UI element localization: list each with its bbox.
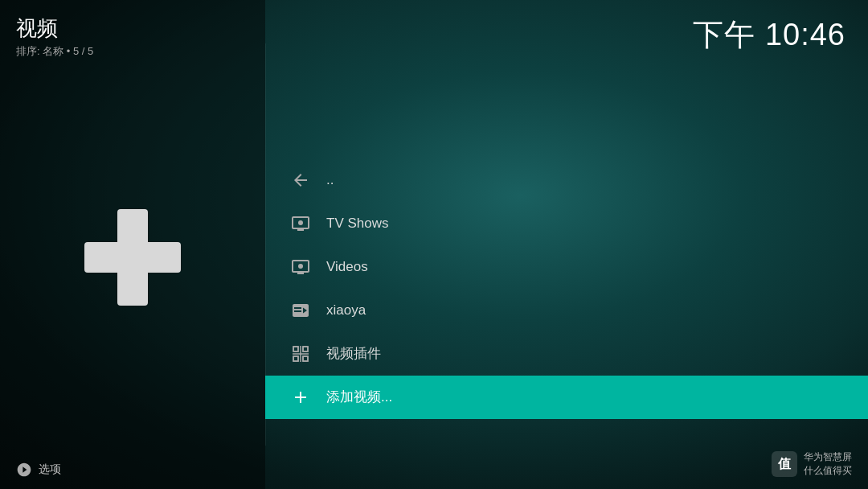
- menu-list: .. TV Shows Videos: [265, 55, 868, 489]
- watermark-area: 值 华为智慧屏 什么值得买: [772, 450, 852, 478]
- clock-display: 下午 10:46: [693, 14, 845, 55]
- menu-item-video-plugins[interactable]: 视频插件: [265, 332, 868, 376]
- menu-item-add-video[interactable]: 添加视频...: [265, 376, 868, 419]
- xiaoya-icon: [289, 299, 312, 322]
- svg-rect-4: [293, 356, 298, 361]
- plugin-icon: [289, 343, 312, 365]
- menu-label-back: ..: [326, 172, 334, 188]
- menu-item-xiaoya[interactable]: xiaoya: [265, 289, 868, 332]
- options-label[interactable]: 选项: [39, 462, 61, 477]
- menu-item-tv-shows[interactable]: TV Shows: [265, 202, 868, 245]
- svg-rect-3: [303, 347, 308, 351]
- menu-label-videos: Videos: [326, 259, 368, 275]
- header-info: 视频 排序: 名称 • 5 / 5: [0, 0, 265, 64]
- clock-period: 下午: [693, 18, 755, 51]
- right-panel: 下午 10:46 .. TV Shows: [265, 0, 868, 489]
- options-icon: [16, 462, 32, 478]
- page-subtitle: 排序: 名称 • 5 / 5: [16, 44, 249, 59]
- tv-shows-icon: [289, 212, 312, 235]
- svg-rect-2: [293, 347, 298, 351]
- add-video-icon: [289, 386, 312, 409]
- svg-point-0: [298, 220, 303, 225]
- videos-icon: [289, 256, 312, 278]
- menu-item-back[interactable]: ..: [265, 158, 868, 202]
- plus-icon-area: [0, 64, 265, 450]
- menu-item-videos[interactable]: Videos: [265, 245, 868, 289]
- watermark-icon: 值: [772, 451, 797, 477]
- menu-label-video-plugins: 视频插件: [326, 344, 381, 363]
- menu-label-add-video: 添加视频...: [326, 388, 392, 406]
- add-plus-icon[interactable]: [84, 209, 181, 306]
- svg-rect-5: [303, 356, 308, 361]
- back-icon: [289, 169, 312, 191]
- bottom-left-bar: 选项: [0, 450, 265, 489]
- menu-label-tv-shows: TV Shows: [326, 216, 388, 232]
- clock-time: 10:46: [765, 18, 845, 51]
- menu-label-xiaoya: xiaoya: [326, 302, 366, 318]
- page-title: 视频: [16, 14, 249, 43]
- svg-point-1: [298, 264, 303, 269]
- left-panel: 视频 排序: 名称 • 5 / 5 选项: [0, 0, 265, 489]
- plus-vertical: [117, 209, 148, 306]
- watermark-text: 华为智慧屏 什么值得买: [804, 450, 852, 478]
- top-bar: 下午 10:46: [265, 0, 868, 55]
